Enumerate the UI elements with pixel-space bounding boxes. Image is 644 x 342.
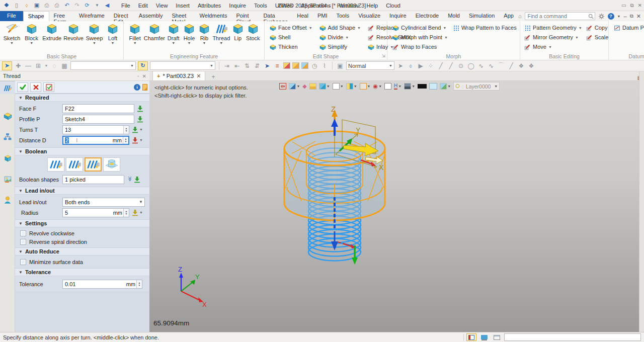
ribbon-button-scale[interactable]: Scale <box>586 33 609 41</box>
tab-pin-icon[interactable]: + <box>157 73 160 79</box>
dock-tab-role-manager[interactable] <box>0 194 15 207</box>
window-restore-icon[interactable]: ⧉ <box>630 3 633 9</box>
ribbon-button-cylindrical-bend[interactable]: Cylindrical Bend▼ <box>392 24 448 32</box>
menu-cloud[interactable]: Cloud <box>382 2 404 10</box>
remove-pick-icon[interactable]: — <box>24 62 32 69</box>
line-icon[interactable]: ╱ <box>437 62 445 69</box>
radius-import-icon[interactable] <box>132 209 138 216</box>
ribbon-button-stock[interactable]: Stock <box>245 22 261 45</box>
tab-app[interactable]: App <box>499 11 518 21</box>
doc-close-icon[interactable]: ✕ <box>636 13 641 20</box>
table-icon[interactable] <box>283 62 290 69</box>
menu-inquire[interactable]: Inquire <box>225 2 250 10</box>
ribbon-button-chamfer[interactable]: Chamfer <box>143 22 165 45</box>
ribbon-button-thicken[interactable]: Thicken <box>270 43 312 51</box>
menu-edit[interactable]: Edit <box>135 2 151 10</box>
dock-tab-history[interactable] <box>0 109 15 122</box>
link-icon[interactable]: ⌇ <box>320 62 329 69</box>
dimension-button[interactable]: H▼ <box>394 83 401 90</box>
config-combo[interactable]: ▼ <box>150 61 215 70</box>
turns-spinner[interactable]: ▲▼ <box>123 126 129 134</box>
radius-options-caret-icon[interactable]: ▼ <box>139 211 143 214</box>
apply-button[interactable] <box>43 82 54 92</box>
save-icon[interactable]: ▣ <box>32 2 41 10</box>
ribbon-button-lip[interactable]: Lip <box>231 22 245 45</box>
section-required[interactable]: ▼Required <box>15 94 149 102</box>
spline-icon[interactable]: ∿ <box>477 62 485 69</box>
ribbon-button-draft[interactable]: Draft▼ <box>166 22 181 45</box>
face-import-icon[interactable] <box>137 105 143 112</box>
lead-select[interactable]: Both ends▼ <box>62 198 145 207</box>
export-icon[interactable] <box>301 62 308 69</box>
dialog-launcher-icon[interactable]: ⇲ <box>381 53 385 58</box>
distance-import-icon[interactable] <box>132 137 138 144</box>
ribbon-button-face-offset[interactable]: Face Offset▼ <box>270 24 312 32</box>
section-boolean[interactable]: ▼Boolean <box>15 147 149 155</box>
ribbon-button-fillet[interactable]: Fillet▼ <box>127 22 143 45</box>
align-icon-1[interactable]: ⇥ <box>223 62 231 69</box>
section-lead[interactable]: ▼Lead in/out <box>15 187 149 195</box>
3d-scene[interactable]: Z Y X <box>149 71 644 332</box>
color-swatch-button[interactable] <box>429 83 437 90</box>
ribbon-button-add-shape[interactable]: Add Shape▼ <box>319 24 361 32</box>
ribbon-button-sketch[interactable]: Sketch▼ <box>3 22 21 45</box>
entity-filter-combo[interactable]: ▼ <box>70 61 136 70</box>
ok-button[interactable] <box>17 82 28 92</box>
exit-button[interactable]: ⇦ <box>279 83 286 90</box>
tab-shape[interactable]: Shape <box>23 11 49 21</box>
ribbon-button-hole[interactable]: Hole▼ <box>182 22 197 45</box>
tab-inquire[interactable]: Inquire <box>385 11 411 21</box>
ribbon-button-wrap-pattern-to-faces[interactable]: Wrap Pattern to Faces <box>453 24 517 32</box>
expand-chevrons-icon[interactable]: ≫ <box>127 177 133 183</box>
distance-options-caret-icon[interactable]: ▼ <box>139 138 143 142</box>
points-icon[interactable]: ⁘ <box>427 62 435 69</box>
menu-attributes[interactable]: Attributes <box>194 2 224 10</box>
distance-spinner[interactable]: ▲▼ <box>123 137 128 144</box>
tolerance-spinner[interactable]: ▲▼ <box>136 280 142 288</box>
boolean-shapes-input[interactable]: 1 picked <box>62 175 124 184</box>
profile-input[interactable]: Sketch4 <box>62 115 134 124</box>
background-swatch-button[interactable] <box>418 84 427 89</box>
tab-point-cloud[interactable]: Point Cloud <box>231 11 259 21</box>
tolerance-input[interactable]: 0.01mm▲▼ <box>62 280 142 289</box>
undo-icon[interactable]: ↶ <box>62 2 71 10</box>
ribbon-button-pattern-geometry[interactable]: Pattern Geometry▼ <box>524 24 582 32</box>
panel-toggle-button[interactable] <box>466 333 476 341</box>
menu-tools[interactable]: Tools <box>251 2 271 10</box>
tab-wireframe[interactable]: Wireframe <box>74 11 109 21</box>
tab-tools[interactable]: Tools <box>332 11 354 21</box>
dock-tab-view-manager[interactable] <box>0 173 15 186</box>
play-icon[interactable]: ▶ <box>417 62 425 69</box>
new-tab-icon[interactable]: + <box>205 73 221 80</box>
ribbon-button-morph-with-point[interactable]: Morph with Point▼ <box>392 33 448 41</box>
pointer-icon[interactable]: ➤ <box>263 62 271 69</box>
ribbon-button-divide[interactable]: Divide▼ <box>319 33 361 41</box>
dock-tab-assembly-manager[interactable] <box>0 130 15 143</box>
menu-applications[interactable]: Applications <box>297 2 334 10</box>
collapse-icon[interactable]: ◀ <box>103 2 112 10</box>
window-fit-button[interactable] <box>384 83 391 90</box>
ribbon-button-simplify[interactable]: Simplify <box>319 43 361 51</box>
doc-restore-icon[interactable]: ⧉ <box>630 13 633 19</box>
shade-box-button[interactable] <box>309 83 316 90</box>
turns-import-icon[interactable] <box>132 126 138 133</box>
add-pick-icon[interactable]: ✚ <box>14 62 22 69</box>
ribbon-button-sweep[interactable]: Sweep▼ <box>86 22 103 45</box>
filter-icon[interactable]: ▦ <box>60 62 68 69</box>
grab-icon-2[interactable]: ❖ <box>527 62 535 69</box>
dock-tab-thread[interactable] <box>0 81 15 94</box>
viewport[interactable]: + * Part003.Z3 ✕ + ▦ <right-click> for n… <box>149 71 644 332</box>
layers-button[interactable]: ▼ <box>440 83 451 90</box>
reverse-spiral-checkbox[interactable] <box>20 239 26 245</box>
ribbon-button-revolve[interactable]: Revolve <box>63 22 84 45</box>
panel-minimize-icon[interactable]: ▫ <box>137 73 139 79</box>
tab-pmi[interactable]: PMI <box>313 11 332 21</box>
ribbon-collapse-icon[interactable]: ⌂ <box>518 13 522 19</box>
command-search-input[interactable] <box>525 12 595 20</box>
tab-heal[interactable]: Heal <box>292 11 313 21</box>
tab-close-icon[interactable]: ✕ <box>196 73 201 79</box>
menu-utilities[interactable]: Utilities <box>272 2 296 10</box>
tab-mold[interactable]: Mold <box>443 11 464 21</box>
display-mode-icon[interactable]: ▣ <box>336 62 344 69</box>
minimize-surface-checkbox[interactable] <box>20 259 26 265</box>
